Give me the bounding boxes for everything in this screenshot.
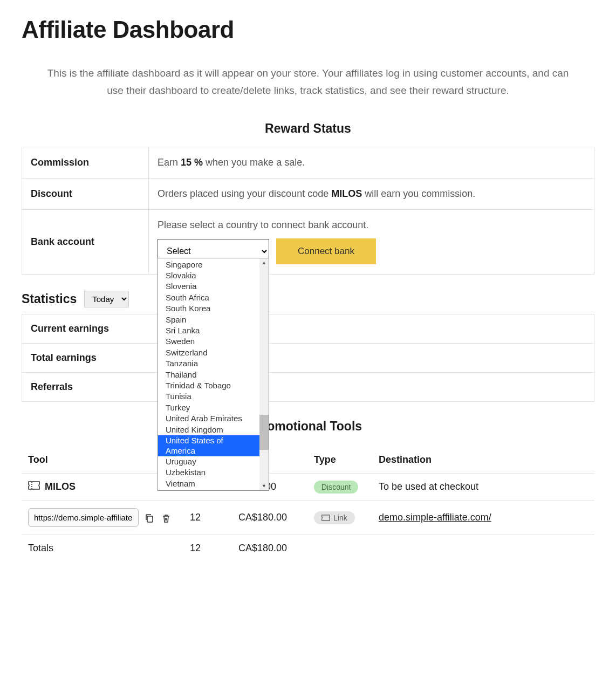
country-option[interactable]: Slovakia [158,270,259,281]
country-option[interactable]: United Arab Emirates [158,413,259,424]
stat-total-earnings: Total earnings [22,343,594,372]
bank-prompt: Please select a country to connect bank … [158,220,585,231]
totals-label: Totals [22,535,183,562]
commission-row: Commission Earn 15 % when you make a sal… [22,147,594,178]
statistics-table: Current earnings Total earnings Referral… [22,314,594,402]
country-option[interactable]: Uzbekistan [158,467,259,478]
destination-link[interactable]: demo.simple-affiliate.com/ [379,512,491,523]
country-option[interactable]: Tanzania [158,358,259,369]
ticket-icon [28,481,40,492]
country-option[interactable]: South Korea [158,303,259,314]
promo-tools-table: Tool Uses Sales Type Destination MILOS C… [22,447,594,562]
country-option[interactable]: United States of America [158,435,259,456]
intro-text: This is the affiliate dashboard as it wi… [22,65,594,100]
country-option[interactable]: Tunisia [158,391,259,402]
bank-cell: Please select a country to connect bank … [149,209,594,274]
scroll-down-icon[interactable]: ▼ [259,481,269,490]
bank-row: Bank account Please select a country to … [22,209,594,274]
col-destination: Destination [372,447,594,474]
country-option[interactable]: Sri Lanka [158,325,259,336]
reward-status-heading: Reward Status [22,121,594,136]
promo-totals-row: Totals 12 CA$180.00 [22,535,594,562]
country-option[interactable]: Switzerland [158,347,259,358]
dropdown-scrollbar[interactable]: ▲ ▼ [259,258,269,491]
discount-code: MILOS [45,481,76,492]
country-option[interactable]: Singapore [158,259,259,270]
discount-text: Orders placed using your discount code M… [149,178,594,209]
bank-label: Bank account [22,209,149,274]
country-option[interactable]: Vietnam [158,478,259,489]
country-option[interactable]: Thailand [158,369,259,380]
country-dropdown-list[interactable]: SingaporeSlovakiaSloveniaSouth AfricaSou… [158,258,269,491]
stats-period-select[interactable]: Today [84,291,129,307]
page-title: Affiliate Dashboard [22,16,594,43]
row0-dest: To be used at checkout [372,473,594,501]
totals-uses: 12 [183,535,232,562]
country-option[interactable]: Spain [158,314,259,325]
link-badge: Link [314,511,355,524]
stat-referrals: Referrals [22,372,594,401]
copy-icon[interactable] [143,512,155,524]
commission-text: Earn 15 % when you make a sale. [149,147,594,178]
svg-rect-1 [147,516,153,522]
stat-current-earnings: Current earnings [22,314,594,343]
discount-row: Discount Orders placed using your discou… [22,178,594,209]
discount-badge: Discount [314,481,358,494]
country-option[interactable]: Turkey [158,402,259,413]
reward-status-table: Commission Earn 15 % when you make a sal… [22,147,594,275]
country-option[interactable]: Uruguay [158,456,259,467]
row1-uses: 12 [183,501,232,535]
country-option[interactable]: Trinidad & Tobago [158,380,259,391]
promo-tools-heading: Promotional Tools [22,419,594,434]
affiliate-url-input[interactable] [28,508,139,527]
commission-label: Commission [22,147,149,178]
totals-sales: CA$180.00 [232,535,307,562]
trash-icon[interactable] [160,512,172,524]
country-option[interactable]: Sweden [158,336,259,347]
promo-row-discount: MILOS CA$0.00 Discount To be used at che… [22,473,594,501]
discount-label: Discount [22,178,149,209]
scroll-thumb[interactable] [259,415,269,450]
country-option[interactable]: United Kingdom [158,424,259,435]
connect-bank-button[interactable]: Connect bank [276,238,376,264]
col-type: Type [307,447,372,474]
ticket-small-icon [321,515,330,521]
scroll-up-icon[interactable]: ▲ [259,258,269,268]
statistics-heading: Statistics [22,292,77,306]
country-option[interactable]: Slovenia [158,281,259,292]
country-option[interactable]: South Africa [158,292,259,303]
promo-row-link: 12 CA$180.00 Link demo.simple-affiliate.… [22,501,594,535]
row1-sales: CA$180.00 [232,501,307,535]
